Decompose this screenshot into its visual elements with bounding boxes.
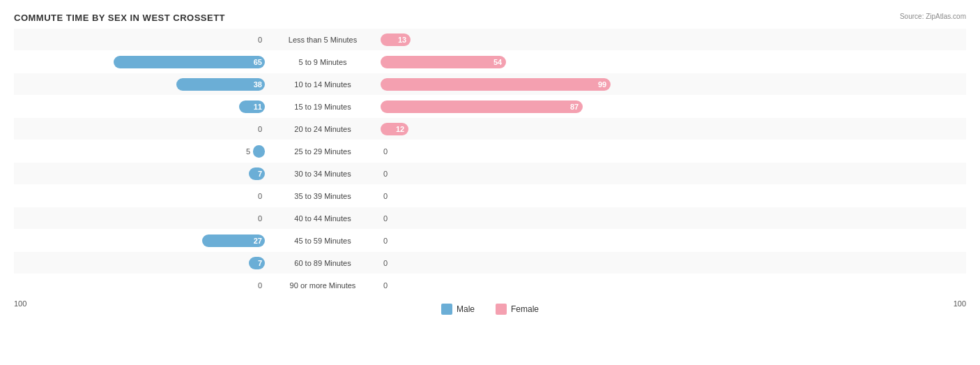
row-label: 90 or more Minutes (265, 281, 381, 290)
male-value: 7 (258, 259, 262, 267)
female-section: 0 (381, 274, 631, 296)
female-section: 0 (381, 207, 631, 229)
female-value: 0 (383, 214, 388, 223)
male-section: 0 (14, 29, 265, 50)
male-bar (249, 257, 265, 269)
row-label: 15 to 19 Minutes (265, 103, 381, 111)
male-value: 0 (258, 192, 262, 200)
female-color-box (496, 304, 507, 315)
row-label: 30 to 34 Minutes (265, 170, 381, 178)
male-section: 27 (14, 230, 265, 251)
male-value: 38 (254, 80, 262, 89)
female-value: 99 (598, 80, 606, 89)
female-value: 0 (383, 170, 388, 178)
female-value: 0 (383, 259, 388, 267)
male-value: 0 (258, 214, 262, 223)
bar-row: 655 to 9 Minutes54 (14, 51, 966, 73)
female-section: 54 (381, 51, 631, 73)
legend-male: Male (441, 304, 475, 315)
row-label: 60 to 89 Minutes (265, 259, 381, 267)
bar-row: 730 to 34 Minutes0 (14, 163, 966, 184)
row-label: 5 to 9 Minutes (265, 58, 381, 66)
male-value: 0 (258, 281, 262, 290)
legend-female-label: Female (511, 304, 539, 314)
male-section: 0 (14, 274, 265, 296)
bar-row: 090 or more Minutes0 (14, 274, 966, 296)
female-section: 99 (381, 73, 631, 95)
male-bar (114, 56, 265, 68)
male-bar (249, 167, 265, 180)
female-section: 0 (381, 163, 631, 184)
axis-labels: 100 Male Female 100 (14, 299, 966, 315)
male-value: 65 (254, 58, 262, 66)
female-value: 13 (398, 36, 406, 44)
male-bar (253, 145, 265, 158)
row-label: 20 to 24 Minutes (265, 125, 381, 133)
female-section: 0 (381, 185, 631, 207)
bar-row: 0Less than 5 Minutes13 (14, 29, 966, 50)
row-label: 35 to 39 Minutes (265, 192, 381, 200)
legend-female: Female (496, 304, 539, 315)
male-value: 0 (258, 36, 262, 44)
male-section: 0 (14, 207, 265, 229)
female-value: 87 (570, 103, 579, 111)
legend: Male Female (441, 304, 539, 315)
female-value: 0 (383, 147, 388, 156)
row-label: 40 to 44 Minutes (265, 214, 381, 223)
male-section: 0 (14, 118, 265, 140)
female-value: 54 (493, 58, 502, 66)
chart-container: COMMUTE TIME BY SEX IN WEST CROSSETT Sou… (0, 0, 980, 365)
female-bar (381, 78, 611, 91)
bar-row: 1115 to 19 Minutes87 (14, 96, 966, 117)
row-label: Less than 5 Minutes (265, 36, 381, 44)
male-section: 7 (14, 252, 265, 274)
male-value: 11 (254, 103, 262, 111)
female-section: 0 (381, 140, 631, 162)
bar-row: 035 to 39 Minutes0 (14, 185, 966, 207)
chart-title: COMMUTE TIME BY SEX IN WEST CROSSETT (14, 13, 966, 23)
male-value: 7 (258, 170, 262, 178)
male-section: 0 (14, 185, 265, 207)
female-section: 12 (381, 118, 631, 140)
male-section: 38 (14, 73, 265, 95)
female-bar (381, 56, 506, 68)
bar-row: 2745 to 59 Minutes0 (14, 230, 966, 251)
male-section: 5 (14, 140, 265, 162)
female-value: 0 (383, 192, 388, 200)
bar-row: 3810 to 14 Minutes99 (14, 73, 966, 95)
female-bar (381, 100, 583, 113)
male-value: 5 (246, 147, 250, 156)
male-value: 0 (258, 125, 262, 133)
male-section: 7 (14, 163, 265, 184)
source-text: Source: ZipAtlas.com (900, 13, 966, 20)
row-label: 10 to 14 Minutes (265, 80, 381, 89)
female-section: 13 (381, 29, 631, 50)
male-section: 65 (14, 51, 265, 73)
row-label: 25 to 29 Minutes (265, 147, 381, 156)
female-value: 12 (396, 125, 404, 133)
female-value: 0 (383, 237, 388, 245)
male-value: 27 (254, 237, 262, 245)
male-color-box (441, 304, 452, 315)
bar-row: 040 to 44 Minutes0 (14, 207, 966, 229)
rows-wrapper: 0Less than 5 Minutes13655 to 9 Minutes54… (14, 29, 966, 297)
bar-row: 020 to 24 Minutes12 (14, 118, 966, 140)
male-section: 11 (14, 96, 265, 117)
axis-right-label: 100 (954, 299, 966, 315)
male-bar (176, 78, 265, 91)
row-label: 45 to 59 Minutes (265, 237, 381, 245)
female-section: 87 (381, 96, 631, 117)
female-value: 0 (383, 281, 388, 290)
axis-left-label: 100 (14, 299, 26, 315)
bar-row: 760 to 89 Minutes0 (14, 252, 966, 274)
female-section: 0 (381, 252, 631, 274)
legend-male-label: Male (457, 304, 475, 314)
bar-row: 525 to 29 Minutes0 (14, 140, 966, 162)
female-section: 0 (381, 230, 631, 251)
